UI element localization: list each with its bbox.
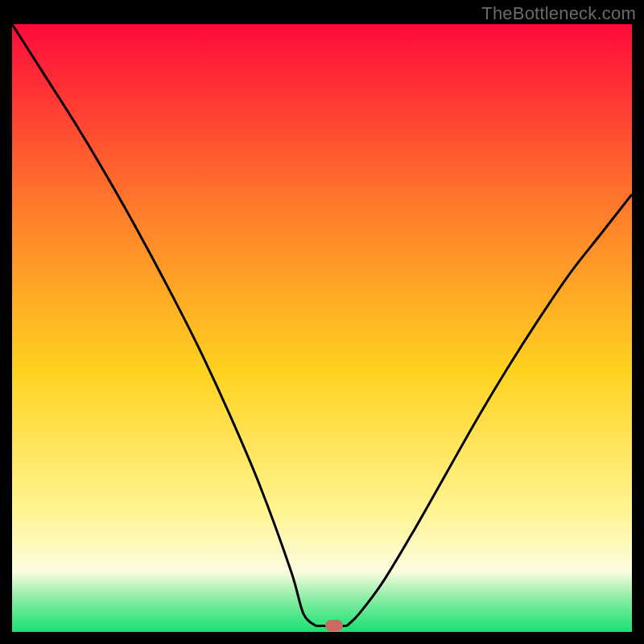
attribution-text: TheBottleneck.com xyxy=(481,3,636,24)
gradient-background xyxy=(12,24,632,632)
chart-svg xyxy=(12,24,632,632)
optimum-marker xyxy=(325,620,343,631)
plot-area xyxy=(12,24,632,632)
chart-frame: TheBottleneck.com xyxy=(0,0,644,644)
